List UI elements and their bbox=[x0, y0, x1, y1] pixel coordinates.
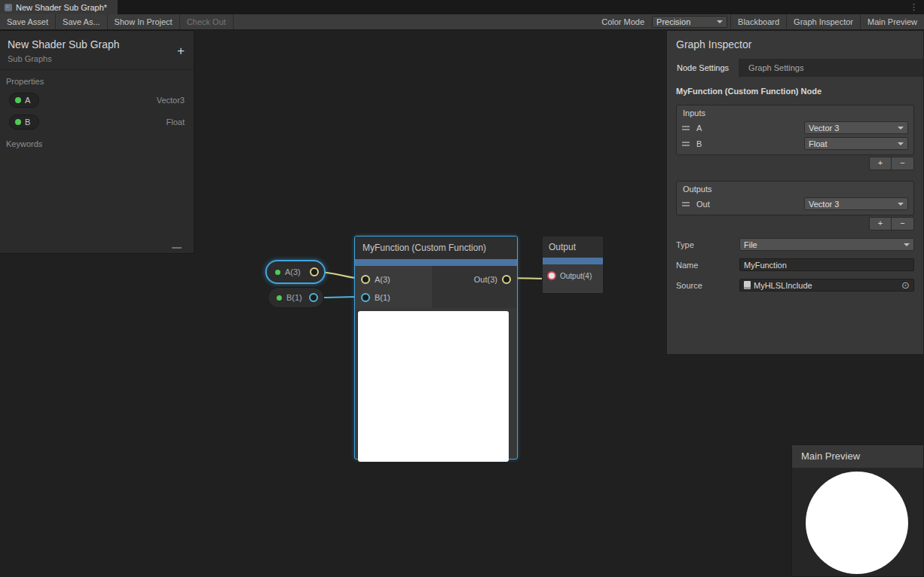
save-as-button[interactable]: Save As... bbox=[56, 14, 108, 29]
remove-output-button[interactable]: − bbox=[892, 218, 913, 230]
out-label: Out(3) bbox=[474, 275, 497, 284]
myfunction-node-title[interactable]: MyFunction (Custom Function) bbox=[355, 237, 517, 259]
property-node-a-label: A(3) bbox=[285, 267, 301, 276]
port-input-a[interactable] bbox=[361, 275, 370, 284]
chevron-down-icon bbox=[898, 127, 904, 130]
drag-handle-icon[interactable] bbox=[682, 126, 690, 130]
type-field-row: Type File bbox=[676, 238, 914, 251]
inputs-add-remove: + − bbox=[869, 157, 914, 170]
port-output-out[interactable] bbox=[502, 275, 511, 284]
spacer bbox=[667, 170, 923, 181]
precision-dropdown[interactable]: Precision bbox=[652, 16, 727, 28]
property-b-name: B bbox=[25, 118, 30, 127]
source-object-value: MyHLSLInclude bbox=[754, 281, 812, 290]
output-port-row: Output(4) bbox=[543, 264, 603, 280]
myfunction-inputs-column: A(3) B(1) bbox=[355, 266, 432, 308]
tab-graph-settings[interactable]: Graph Settings bbox=[739, 59, 813, 77]
outputs-row-out: Out Vector 3 bbox=[677, 196, 913, 212]
property-color-dot bbox=[277, 295, 282, 301]
source-object-field[interactable]: MyHLSLInclude ⊙ bbox=[739, 279, 914, 292]
blackboard-property-row[interactable]: A Vector3 bbox=[0, 89, 194, 111]
show-in-project-button[interactable]: Show In Project bbox=[108, 14, 180, 29]
remove-input-button[interactable]: − bbox=[892, 157, 913, 169]
inputs-row-a: A Vector 3 bbox=[677, 120, 913, 136]
port-output-input[interactable] bbox=[547, 271, 556, 280]
blackboard-subtitle: Sub Graphs bbox=[0, 50, 194, 70]
output-out-type-value: Vector 3 bbox=[809, 200, 839, 209]
input-a-label: A(3) bbox=[375, 275, 390, 284]
property-color-dot bbox=[15, 119, 21, 125]
node-settings-heading: MyFunction (Custom Function) Node bbox=[667, 77, 923, 105]
shader-graph-window: New Shader Sub Graph* ⋮ Save Asset Save … bbox=[0, 0, 924, 577]
property-pill-a[interactable]: A bbox=[9, 93, 39, 108]
blackboard-resize-handle[interactable] bbox=[172, 247, 182, 249]
drag-handle-icon[interactable] bbox=[682, 142, 690, 146]
input-b-type-value: Float bbox=[809, 139, 827, 148]
blackboard-property-row[interactable]: B Float bbox=[0, 111, 194, 133]
output-out-type-dropdown[interactable]: Vector 3 bbox=[804, 197, 908, 210]
property-node-a[interactable]: A(3) bbox=[265, 260, 326, 284]
input-a-type-dropdown[interactable]: Vector 3 bbox=[804, 121, 908, 134]
add-input-button[interactable]: + bbox=[870, 157, 892, 169]
outputs-box: Outputs Out Vector 3 bbox=[676, 181, 914, 215]
output-port-row-out: Out(3) bbox=[468, 270, 517, 288]
output-port-label: Output(4) bbox=[560, 272, 592, 280]
main-preview-viewport[interactable] bbox=[792, 468, 923, 576]
source-label: Source bbox=[676, 281, 739, 290]
outputs-header: Outputs bbox=[677, 182, 913, 196]
node-accent-bar bbox=[355, 259, 517, 266]
shader-graph-icon bbox=[5, 4, 12, 11]
inputs-add-remove-row: + − bbox=[667, 157, 923, 170]
input-b-type-dropdown[interactable]: Float bbox=[804, 137, 908, 150]
graph-inspector-toggle-button[interactable]: Graph Inspector bbox=[786, 14, 860, 29]
name-label: Name bbox=[676, 261, 739, 270]
type-label: Type bbox=[676, 240, 739, 249]
output-out-name: Out bbox=[696, 200, 710, 209]
input-b-name: B bbox=[696, 139, 702, 148]
inputs-header: Inputs bbox=[677, 105, 913, 120]
inputs-row-b: B Float bbox=[677, 136, 913, 151]
port-property-b-output[interactable] bbox=[309, 293, 318, 302]
toolbar: Save Asset Save As... Show In Project Ch… bbox=[0, 14, 924, 30]
type-dropdown[interactable]: File bbox=[739, 238, 914, 251]
blackboard-panel: New Shader Sub Graph Sub Graphs + Proper… bbox=[0, 30, 194, 254]
input-a-type-value: Vector 3 bbox=[809, 124, 839, 133]
main-preview-title: Main Preview bbox=[792, 445, 923, 468]
keywords-section-label: Keywords bbox=[0, 133, 194, 151]
input-a-name: A bbox=[696, 124, 702, 133]
preview-sphere bbox=[806, 472, 908, 574]
tab-new-shader-sub-graph[interactable]: New Shader Sub Graph* bbox=[0, 0, 118, 14]
drag-handle-icon[interactable] bbox=[682, 202, 690, 206]
add-output-button[interactable]: + bbox=[870, 218, 892, 230]
add-property-button[interactable]: + bbox=[177, 44, 185, 57]
blackboard-toggle-button[interactable]: Blackboard bbox=[730, 14, 786, 29]
window-tab-bar: New Shader Sub Graph* ⋮ bbox=[0, 0, 924, 14]
outputs-add-remove: + − bbox=[869, 217, 914, 230]
color-mode-label: Color Mode bbox=[597, 14, 649, 29]
output-node[interactable]: Output Output(4) bbox=[542, 236, 604, 294]
port-property-a-output[interactable] bbox=[310, 267, 319, 276]
main-preview-toggle-button[interactable]: Main Preview bbox=[860, 14, 924, 29]
node-accent-bar bbox=[543, 258, 603, 264]
overflow-menu-icon[interactable]: ⋮ bbox=[904, 0, 924, 14]
name-input[interactable]: MyFunction bbox=[739, 258, 914, 271]
precision-dropdown-value: Precision bbox=[656, 17, 690, 26]
object-picker-icon[interactable]: ⊙ bbox=[901, 280, 910, 290]
save-asset-button[interactable]: Save Asset bbox=[0, 14, 56, 29]
toolbar-spacer bbox=[234, 14, 598, 29]
name-input-value: MyFunction bbox=[744, 261, 787, 270]
input-port-row-b: B(1) bbox=[355, 288, 432, 307]
output-node-title[interactable]: Output bbox=[543, 237, 603, 258]
blackboard-title: New Shader Sub Graph bbox=[0, 31, 194, 50]
property-pill-b[interactable]: B bbox=[9, 114, 39, 130]
chevron-down-icon bbox=[898, 203, 904, 206]
tab-node-settings[interactable]: Node Settings bbox=[667, 59, 739, 77]
input-b-label: B(1) bbox=[375, 293, 390, 302]
myfunction-node[interactable]: MyFunction (Custom Function) A(3) B(1) O… bbox=[354, 236, 518, 459]
property-a-type: Vector3 bbox=[157, 96, 185, 105]
myfunction-node-ports: A(3) B(1) Out(3) bbox=[355, 266, 517, 308]
property-node-b[interactable]: B(1) bbox=[268, 287, 324, 308]
graph-inspector-panel: Graph Inspector Node Settings Graph Sett… bbox=[666, 30, 924, 355]
outputs-add-remove-row: + − bbox=[667, 217, 923, 230]
port-input-b[interactable] bbox=[361, 293, 370, 302]
